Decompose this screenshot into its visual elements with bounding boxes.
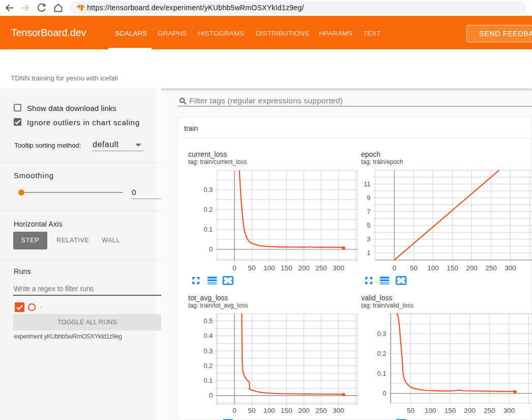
svg-text:250: 250 (485, 264, 497, 272)
svg-text:0: 0 (209, 391, 213, 399)
svg-text:150: 150 (281, 407, 292, 414)
svg-text:0: 0 (232, 264, 237, 272)
svg-text:300: 300 (504, 407, 515, 414)
svg-text:50: 50 (248, 407, 256, 414)
svg-text:200: 200 (298, 407, 310, 414)
svg-text:0.2: 0.2 (377, 350, 386, 357)
svg-text:0.2: 0.2 (203, 362, 213, 370)
svg-text:150: 150 (445, 407, 456, 414)
svg-text:200: 200 (464, 407, 476, 414)
svg-text:200: 200 (298, 264, 310, 272)
svg-text:0.1: 0.1 (203, 377, 213, 384)
svg-text:150: 150 (447, 264, 458, 272)
svg-text:0: 0 (382, 389, 386, 397)
svg-text:0.1: 0.1 (377, 370, 386, 377)
svg-text:0.3: 0.3 (377, 330, 386, 338)
svg-text:0: 0 (393, 264, 397, 272)
svg-text:50: 50 (248, 264, 256, 272)
svg-text:11: 11 (364, 180, 371, 188)
svg-text:0.1: 0.1 (203, 226, 213, 233)
svg-text:50: 50 (407, 407, 415, 414)
svg-text:0: 0 (209, 245, 213, 253)
svg-text:9: 9 (367, 194, 370, 202)
svg-text:300: 300 (333, 407, 344, 414)
svg-text:3: 3 (367, 235, 370, 243)
svg-text:100: 100 (427, 264, 439, 272)
svg-text:150: 150 (281, 264, 292, 272)
svg-text:0.3: 0.3 (203, 347, 213, 355)
svg-text:250: 250 (315, 264, 327, 272)
svg-text:0: 0 (232, 407, 237, 414)
svg-text:100: 100 (263, 407, 275, 414)
svg-text:5: 5 (367, 221, 370, 229)
svg-text:7: 7 (367, 208, 370, 215)
svg-text:300: 300 (333, 264, 344, 272)
svg-text:0.3: 0.3 (203, 186, 213, 193)
svg-text:300: 300 (505, 264, 516, 272)
svg-text:1: 1 (367, 249, 370, 257)
svg-text:250: 250 (484, 407, 495, 414)
svg-text:0.4: 0.4 (203, 332, 213, 340)
svg-text:250: 250 (315, 407, 327, 414)
svg-text:100: 100 (425, 407, 436, 414)
svg-text:100: 100 (263, 264, 275, 272)
svg-text:0.5: 0.5 (203, 317, 213, 325)
svg-text:200: 200 (466, 264, 478, 272)
svg-text:0.2: 0.2 (203, 206, 213, 213)
svg-text:50: 50 (410, 264, 418, 272)
